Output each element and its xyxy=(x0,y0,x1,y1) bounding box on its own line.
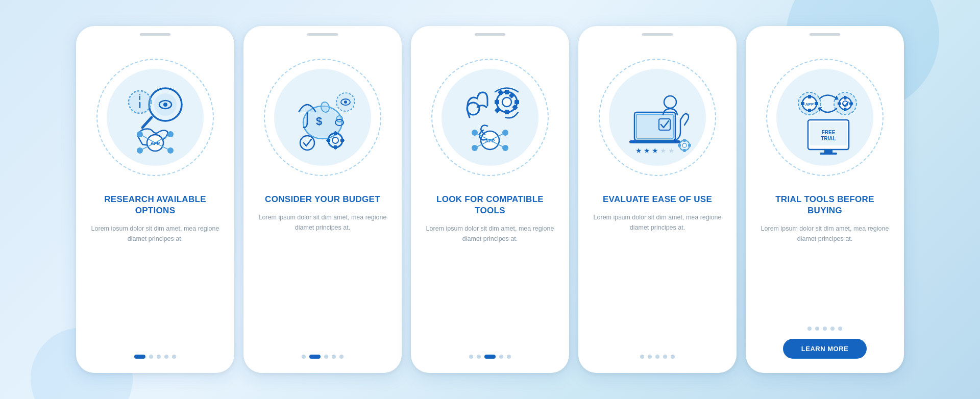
card-content-ease: EVALUATE EASE OF USE Lorem ipsum dolor s… xyxy=(578,194,737,359)
svg-rect-86 xyxy=(815,102,818,105)
dot-2-3[interactable] xyxy=(324,355,328,359)
svg-rect-71 xyxy=(683,139,686,142)
svg-point-70 xyxy=(682,143,687,147)
dot-3-1[interactable] xyxy=(469,355,473,359)
dot-4-1[interactable] xyxy=(640,355,644,359)
svg-rect-72 xyxy=(683,149,686,152)
inner-circle-3: APP xyxy=(442,69,538,166)
card-desc-budget: Lorem ipsum dolor sit dim amet, mea regi… xyxy=(256,212,389,233)
svg-text:FREE: FREE xyxy=(822,130,836,135)
card-title-budget: CONSIDER YOUR BUDGET xyxy=(265,194,380,205)
svg-rect-91 xyxy=(844,96,847,99)
ease-svg: ★ ★ ★ ★ ★ xyxy=(614,74,701,161)
phone-speaker-5 xyxy=(810,33,840,36)
card-desc-research: Lorem ipsum dolor sit dim amet, mea regi… xyxy=(88,223,222,244)
dot-5-1[interactable] xyxy=(807,327,812,331)
svg-rect-87 xyxy=(801,102,804,105)
dot-1-3[interactable] xyxy=(157,355,161,359)
phone-speaker-2 xyxy=(307,33,338,36)
card-title-research: RESEARCH AVAILABLE OPTIONS xyxy=(88,194,222,216)
dot-5-3[interactable] xyxy=(823,327,827,331)
svg-rect-41 xyxy=(505,90,509,94)
dot-4-5[interactable] xyxy=(671,355,675,359)
dots-trial xyxy=(807,318,842,331)
svg-text:★: ★ xyxy=(652,146,658,155)
cards-container: i APP xyxy=(66,16,914,383)
dot-1-1[interactable] xyxy=(134,355,145,359)
compatible-svg: APP xyxy=(447,74,533,161)
dot-1-4[interactable] xyxy=(164,355,168,359)
svg-rect-74 xyxy=(678,144,681,147)
inner-circle-5: FREE TRIAL APP xyxy=(776,69,873,166)
illustration-compatible: APP xyxy=(411,41,569,194)
dot-4-4[interactable] xyxy=(663,355,667,359)
svg-text:★: ★ xyxy=(644,146,650,155)
svg-rect-80 xyxy=(820,153,837,155)
dot-5-4[interactable] xyxy=(830,327,835,331)
card-content-budget: CONSIDER YOUR BUDGET Lorem ipsum dolor s… xyxy=(243,194,402,359)
card-content-compatible: LOOK FOR COMPATIBLE TOOLS Lorem ipsum do… xyxy=(411,194,569,359)
svg-rect-44 xyxy=(495,100,499,104)
trial-svg: FREE TRIAL APP xyxy=(781,74,868,161)
svg-rect-85 xyxy=(808,109,811,112)
inner-circle-4: ★ ★ ★ ★ ★ xyxy=(609,69,706,166)
svg-rect-84 xyxy=(808,95,811,98)
card-budget: $ xyxy=(243,26,402,373)
dot-3-3[interactable] xyxy=(484,355,496,359)
svg-rect-48 xyxy=(495,107,501,113)
phone-speaker-1 xyxy=(140,33,170,36)
card-trial: FREE TRIAL APP xyxy=(746,26,904,373)
svg-text:★: ★ xyxy=(668,146,675,155)
svg-text:i: i xyxy=(139,93,141,102)
dot-5-2[interactable] xyxy=(815,327,819,331)
svg-line-4 xyxy=(142,117,152,128)
budget-svg: $ xyxy=(279,74,366,161)
svg-rect-73 xyxy=(688,144,691,147)
dot-2-4[interactable] xyxy=(332,355,336,359)
phone-speaker-3 xyxy=(475,33,505,36)
card-content-research: RESEARCH AVAILABLE OPTIONS Lorem ipsum d… xyxy=(76,194,234,359)
dashed-circle-5: FREE TRIAL APP xyxy=(766,59,884,176)
svg-rect-43 xyxy=(514,100,519,104)
dot-5-5[interactable] xyxy=(838,327,842,331)
svg-point-62 xyxy=(664,96,676,108)
dashed-circle-1: i APP xyxy=(96,59,214,176)
dashed-circle-2: $ xyxy=(264,59,381,176)
card-desc-trial: Lorem ipsum dolor sit dim amet, mea regi… xyxy=(758,223,892,244)
card-desc-ease: Lorem ipsum dolor sit dim amet, mea regi… xyxy=(591,212,724,233)
svg-point-34 xyxy=(300,136,314,150)
svg-rect-92 xyxy=(844,108,847,111)
svg-rect-42 xyxy=(505,110,509,114)
svg-text:APP: APP xyxy=(151,141,160,146)
illustration-budget: $ xyxy=(243,41,402,194)
card-desc-compatible: Lorem ipsum dolor sit dim amet, mea regi… xyxy=(423,223,557,244)
dot-1-2[interactable] xyxy=(149,355,153,359)
svg-point-25 xyxy=(332,137,338,143)
dashed-circle-4: ★ ★ ★ ★ ★ xyxy=(599,59,716,176)
svg-text:★: ★ xyxy=(660,146,667,155)
card-title-ease: EVALUATE EASE OF USE xyxy=(603,194,712,205)
card-research: i APP xyxy=(76,26,234,373)
card-ease: ★ ★ ★ ★ ★ xyxy=(578,26,737,373)
dot-4-2[interactable] xyxy=(648,355,652,359)
inner-circle-2: $ xyxy=(274,69,371,166)
dot-3-2[interactable] xyxy=(477,355,481,359)
svg-rect-94 xyxy=(838,103,841,105)
svg-text:★: ★ xyxy=(635,146,642,155)
dot-2-5[interactable] xyxy=(339,355,344,359)
svg-rect-45 xyxy=(509,92,515,98)
card-content-trial: TRIAL TOOLS BEFORE BUYING Lorem ipsum do… xyxy=(746,194,904,359)
dot-2-2[interactable] xyxy=(309,355,321,359)
phone-speaker-4 xyxy=(642,33,673,36)
dot-2-1[interactable] xyxy=(302,355,306,359)
dots-ease xyxy=(640,346,675,359)
dot-3-4[interactable] xyxy=(499,355,503,359)
dashed-circle-3: APP xyxy=(431,59,549,176)
card-title-trial: TRIAL TOOLS BEFORE BUYING xyxy=(758,194,892,216)
dot-1-5[interactable] xyxy=(172,355,176,359)
svg-text:TRIAL: TRIAL xyxy=(821,136,836,141)
svg-point-37 xyxy=(344,101,347,104)
dot-3-5[interactable] xyxy=(507,355,511,359)
dot-4-3[interactable] xyxy=(655,355,659,359)
learn-more-button[interactable]: LEARN MORE xyxy=(783,339,867,359)
